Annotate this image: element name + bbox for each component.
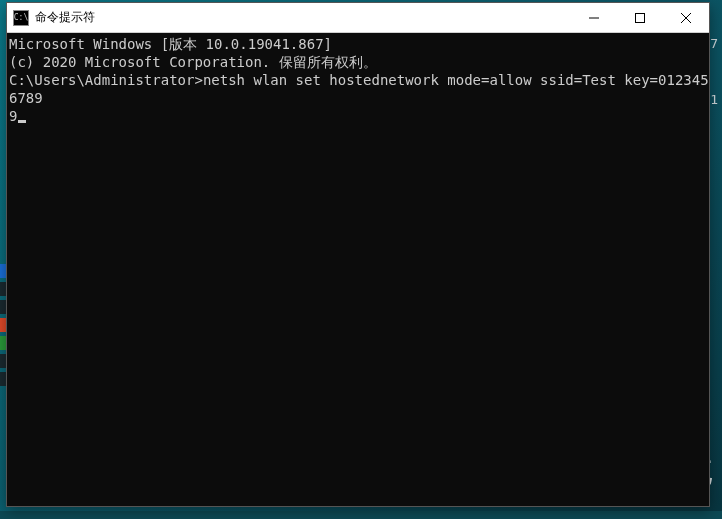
background-digit: 7	[710, 36, 718, 51]
terminal-line: Microsoft Windows [版本 10.0.19041.867]	[9, 35, 709, 53]
minimize-button[interactable]	[571, 3, 617, 32]
cmd-icon: C:\	[13, 10, 29, 26]
close-icon	[681, 13, 691, 23]
maximize-button[interactable]	[617, 3, 663, 32]
close-button[interactable]	[663, 3, 709, 32]
cursor	[18, 120, 26, 123]
window-title: 命令提示符	[35, 9, 95, 26]
background-digit: 1	[710, 92, 718, 107]
titlebar[interactable]: C:\ 命令提示符	[7, 3, 709, 33]
terminal-area[interactable]: Microsoft Windows [版本 10.0.19041.867](c)…	[7, 33, 709, 506]
window-controls	[571, 3, 709, 32]
terminal-prompt-line: C:\Users\Administrator>netsh wlan set ho…	[9, 71, 709, 107]
maximize-icon	[635, 13, 645, 23]
terminal-line: 9	[9, 107, 709, 125]
terminal-line: (c) 2020 Microsoft Corporation. 保留所有权利。	[9, 53, 709, 71]
svg-rect-6	[636, 13, 645, 22]
minimize-icon	[589, 13, 599, 23]
cmd-window: C:\ 命令提示符 Microsoft Windows [版本 10.0.190…	[6, 2, 710, 507]
prompt-text: C:\Users\Administrator>	[9, 72, 203, 88]
